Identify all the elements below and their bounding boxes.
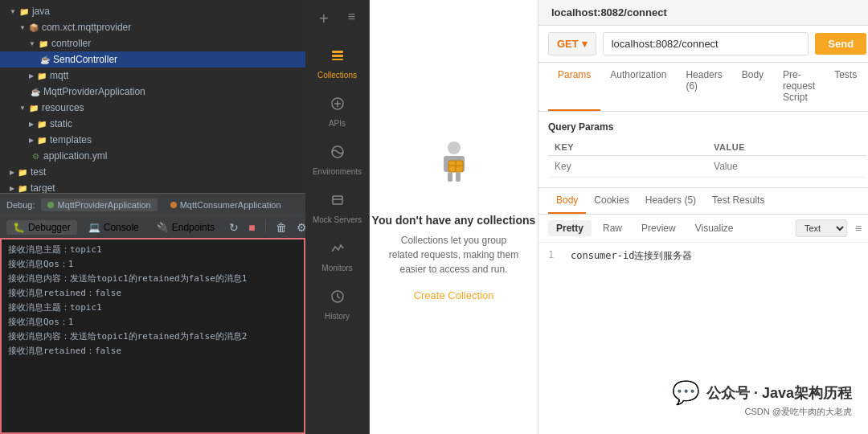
rerun-btn[interactable]: ↻ xyxy=(226,219,242,235)
monitors-label: Monitors xyxy=(321,264,352,272)
response-section: Body Cookies Headers (5) Test Results Pr… xyxy=(538,187,868,434)
folder-icon: 📁 xyxy=(35,133,48,146)
resp-tab-headers[interactable]: Headers (5) xyxy=(637,188,704,214)
sidebar-item-collections[interactable]: Collections xyxy=(309,41,366,86)
mock-servers-icon xyxy=(330,192,346,212)
collections-icon xyxy=(330,47,346,68)
tree-item-mqttprovider-app[interactable]: ☕ MqttProviderApplication xyxy=(0,84,305,100)
top-actions: + ≡ xyxy=(316,6,358,31)
tab-tests[interactable]: Tests xyxy=(825,63,866,111)
value-cell xyxy=(707,156,866,178)
svg-point-8 xyxy=(448,141,461,154)
response-body: 1 consumer-id连接到服务器 xyxy=(538,243,868,434)
debug-bar: Debug: MqttProviderApplication MqttConsu… xyxy=(0,193,305,215)
tab-headers[interactable]: Headers (6) xyxy=(676,63,731,111)
send-button[interactable]: Send xyxy=(815,33,866,55)
status-dot-green xyxy=(47,202,54,208)
url-bar: GET ▾ Send xyxy=(538,26,868,63)
console-line: 接收消息Qos：1 xyxy=(8,257,297,272)
environments-label: Environments xyxy=(313,167,362,176)
console-line: 接收消息Qos：1 xyxy=(8,315,297,330)
folder-icon: 📁 xyxy=(18,5,31,18)
tree-item-application-yml[interactable]: ⚙ application.yml xyxy=(0,148,305,164)
tree-item-controller[interactable]: ▼ 📁 controller xyxy=(0,35,305,51)
url-input[interactable] xyxy=(603,32,809,55)
svg-rect-2 xyxy=(332,59,343,60)
apis-icon xyxy=(330,96,346,116)
debug-tab-mqttprovider[interactable]: MqttProviderApplication xyxy=(41,199,157,211)
yaml-file-icon: ⚙ xyxy=(29,149,42,162)
tab-body[interactable]: Body xyxy=(732,63,773,111)
response-type-select[interactable]: Text JSON HTML XML xyxy=(796,219,847,237)
request-tabs: Params Authorization Headers (6) Body Pr… xyxy=(538,63,868,112)
stop-btn[interactable]: ■ xyxy=(245,219,258,235)
format-pretty-btn[interactable]: Pretty xyxy=(548,220,592,236)
create-collection-button[interactable]: Create Collection xyxy=(414,289,494,301)
folder-icon: 📁 xyxy=(27,101,40,114)
format-raw-btn[interactable]: Raw xyxy=(595,220,630,236)
java-file-icon: ☕ xyxy=(39,53,51,66)
format-preview-btn[interactable]: Preview xyxy=(633,220,684,236)
tab-endpoints[interactable]: 🔌 Endpoints xyxy=(150,220,221,235)
add-collection-btn[interactable]: + xyxy=(316,6,332,31)
tree-item-target[interactable]: ▶ 📁 target xyxy=(0,180,305,193)
collections-empty-panel: You don't have any collections Collectio… xyxy=(370,0,538,434)
arrow-icon: ▶ xyxy=(29,72,34,80)
resp-tab-test-results[interactable]: Test Results xyxy=(704,188,772,214)
format-visualize-btn[interactable]: Visualize xyxy=(687,220,742,236)
folder-icon: 📁 xyxy=(16,182,29,193)
arrow-icon: ▶ xyxy=(10,185,14,192)
console-line: 接收消息内容：发送给topic1的retained为false的消息2 xyxy=(8,330,297,344)
empty-state-description: Collections let you group related reques… xyxy=(370,233,538,276)
collections-label: Collections xyxy=(317,71,357,80)
tree-item-test[interactable]: ▶ 📁 test xyxy=(0,164,305,180)
arrow-icon: ▶ xyxy=(29,121,34,128)
sidebar-item-history[interactable]: History xyxy=(309,282,366,327)
history-icon xyxy=(330,289,346,309)
java-file-icon: ☕ xyxy=(29,85,42,98)
tree-item-templates[interactable]: ▶ 📁 templates xyxy=(0,132,305,148)
sidebar-item-mock-servers[interactable]: Mock Servers xyxy=(309,186,366,231)
console-toolbar: 🐛 Debugger 💻 Console 🔌 Endpoints ↻ ■ 🗑 ⚙… xyxy=(0,215,305,238)
svg-rect-14 xyxy=(456,172,461,182)
tree-item-static[interactable]: ▶ 📁 static xyxy=(0,116,305,132)
tree-item-mqtt[interactable]: ▶ 📁 mqtt xyxy=(0,68,305,84)
arrow-icon: ▶ xyxy=(29,137,34,144)
ide-panel: ▼ 📁 java ▼ 📦 com.xct.mqttprovider ▼ 📁 co… xyxy=(0,0,305,434)
status-dot-orange xyxy=(170,202,177,208)
key-column-header: KEY xyxy=(548,139,707,156)
value-input[interactable] xyxy=(714,161,860,172)
tree-item-resources[interactable]: ▼ 📁 resources xyxy=(0,100,305,116)
response-tabs: Body Cookies Headers (5) Test Results xyxy=(538,188,868,215)
tab-pre-request[interactable]: Pre-request Script xyxy=(773,63,825,111)
clear-btn[interactable]: 🗑 xyxy=(272,219,290,235)
environments-icon xyxy=(330,144,346,164)
history-label: History xyxy=(325,312,350,321)
resp-tab-body[interactable]: Body xyxy=(548,188,586,214)
request-panel: localhost:8082/connect GET ▾ Send Params… xyxy=(538,0,868,434)
response-toolbar: Pretty Raw Preview Visualize Text JSON H… xyxy=(538,215,868,243)
tab-debugger[interactable]: 🐛 Debugger xyxy=(6,220,77,235)
debug-tab-mqttconsumer[interactable]: MqttConsumerApplication xyxy=(164,199,288,211)
sidebar-item-monitors[interactable]: Monitors xyxy=(309,234,366,279)
method-label: GET xyxy=(557,38,579,50)
folder-icon: 📁 xyxy=(35,117,48,130)
tab-authorization[interactable]: Authorization xyxy=(600,63,676,111)
console-line: 接收消息主题：topic1 xyxy=(8,301,297,315)
sidebar-item-apis[interactable]: APIs xyxy=(309,89,366,134)
separator xyxy=(265,219,266,232)
tab-console[interactable]: 💻 Console xyxy=(82,220,145,235)
folder-icon: 📁 xyxy=(16,166,29,178)
tree-item-java[interactable]: ▼ 📁 java xyxy=(0,3,305,19)
key-input[interactable] xyxy=(555,161,701,172)
tab-params[interactable]: Params xyxy=(548,63,600,111)
method-selector[interactable]: GET ▾ xyxy=(548,32,596,55)
tree-item-sendcontroller[interactable]: ☕ SendController xyxy=(0,51,305,68)
resp-tab-cookies[interactable]: Cookies xyxy=(586,188,637,214)
params-table: KEY VALUE xyxy=(548,139,866,178)
sidebar-item-environments[interactable]: Environments xyxy=(309,137,366,182)
tree-item-com-xct[interactable]: ▼ 📦 com.xct.mqttprovider xyxy=(0,19,305,35)
menu-btn[interactable]: ≡ xyxy=(345,6,358,31)
svg-rect-13 xyxy=(448,172,452,182)
wrap-icon[interactable]: ≡ xyxy=(850,220,866,236)
